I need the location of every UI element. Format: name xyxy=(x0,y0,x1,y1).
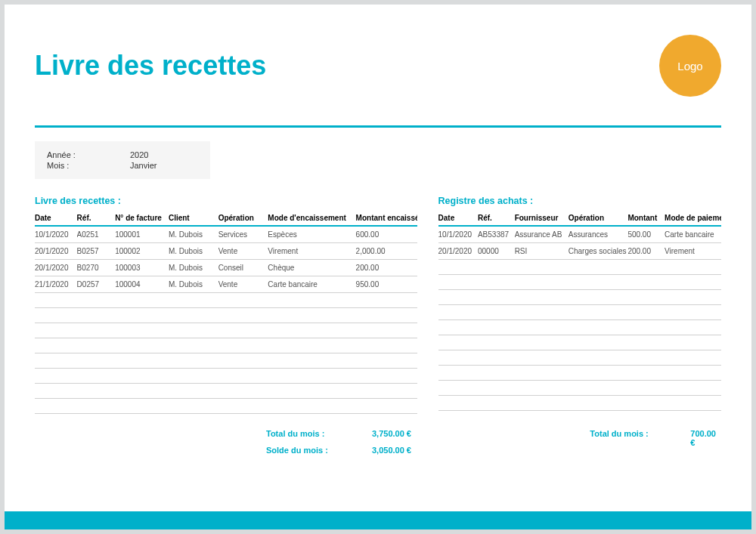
cell-date xyxy=(438,381,478,396)
cell-client xyxy=(169,353,218,369)
meta-month-value: Janvier xyxy=(130,161,156,170)
cell-fournisseur xyxy=(515,320,569,335)
meta-year-value: 2020 xyxy=(130,150,148,159)
recettes-total-label: Total du mois : xyxy=(266,429,372,438)
cell-mode xyxy=(665,335,721,350)
cell-montant xyxy=(356,369,417,384)
cell-facture: 100004 xyxy=(115,276,169,293)
cell-facture xyxy=(115,399,169,414)
table-row: 10/1/2020A0251100001M. DuboisServicesEsp… xyxy=(35,226,417,243)
cell-date xyxy=(35,323,77,338)
logo-text: Logo xyxy=(677,60,702,73)
table-row xyxy=(438,290,721,305)
cell-montant: 200.00 xyxy=(356,260,417,276)
achats-total-value: 700.00 € xyxy=(690,429,721,447)
achats-total-label: Total du mois : xyxy=(590,429,690,447)
cell-operation xyxy=(569,275,628,290)
cell-ref xyxy=(77,384,116,399)
cell-ref: 00000 xyxy=(478,243,515,260)
cell-mode xyxy=(268,399,355,414)
cell-fournisseur xyxy=(515,335,569,350)
cell-montant xyxy=(356,323,417,338)
cell-operation: Services xyxy=(218,226,268,243)
cell-date xyxy=(35,369,77,384)
th-operation: Opération xyxy=(218,211,268,226)
cell-mode xyxy=(665,290,721,305)
cell-montant xyxy=(627,260,665,275)
table-row: 10/1/2020AB53387Assurance ABAssurances50… xyxy=(438,226,721,243)
cell-fournisseur: Assurance AB xyxy=(515,226,569,243)
cell-fournisseur xyxy=(515,381,569,396)
cell-mode xyxy=(268,308,355,323)
cell-ref xyxy=(478,366,515,381)
th-a-ref: Réf. xyxy=(478,211,515,226)
cell-operation xyxy=(218,338,268,353)
cell-ref xyxy=(478,290,515,305)
cell-facture: 100003 xyxy=(115,260,169,276)
cell-client xyxy=(169,293,218,308)
cell-fournisseur: RSI xyxy=(515,243,569,260)
cell-date: 21/1/2020 xyxy=(35,276,77,293)
cell-ref xyxy=(77,308,116,323)
table-row: 21/1/2020D0257100004M. DuboisVenteCarte … xyxy=(35,276,417,293)
cell-fournisseur xyxy=(515,366,569,381)
cell-operation xyxy=(569,290,628,305)
cell-operation xyxy=(218,293,268,308)
cell-fournisseur xyxy=(515,260,569,275)
cell-date xyxy=(438,260,478,275)
cell-client: M. Dubois xyxy=(169,226,218,243)
cell-ref xyxy=(478,305,515,320)
table-row xyxy=(438,335,721,350)
cell-operation xyxy=(569,350,628,366)
cell-operation: Vente xyxy=(218,276,268,293)
cell-date: 20/1/2020 xyxy=(438,243,478,260)
cell-client: M. Dubois xyxy=(169,243,218,260)
cell-montant xyxy=(356,293,417,308)
cell-operation: Vente xyxy=(218,243,268,260)
cell-mode xyxy=(665,320,721,335)
cell-montant: 500.00 xyxy=(627,226,665,243)
cell-operation: Charges sociales xyxy=(569,243,628,260)
cell-ref xyxy=(478,320,515,335)
cell-mode xyxy=(665,275,721,290)
cell-client xyxy=(169,399,218,414)
cell-ref xyxy=(77,323,116,338)
cell-ref xyxy=(478,381,515,396)
recettes-title: Livre des recettes : xyxy=(35,196,417,206)
cell-date xyxy=(35,293,77,308)
cell-mode xyxy=(268,323,355,338)
table-row xyxy=(438,350,721,366)
cell-mode: Carte bancaire xyxy=(665,226,721,243)
divider xyxy=(35,125,721,128)
cell-client: M. Dubois xyxy=(169,276,218,293)
th-montant: Montant encaissé xyxy=(356,211,417,226)
header: Livre des recettes Logo xyxy=(35,35,721,97)
cell-montant xyxy=(627,381,665,396)
recettes-solde-label: Solde du mois : xyxy=(266,446,372,455)
cell-mode: Virement xyxy=(268,243,355,260)
achats-title: Registre des achats : xyxy=(438,196,721,206)
cell-ref: A0251 xyxy=(77,226,116,243)
cell-date: 10/1/2020 xyxy=(438,226,478,243)
cell-date: 20/1/2020 xyxy=(35,243,77,260)
cell-facture: 100001 xyxy=(115,226,169,243)
cell-montant: 950.00 xyxy=(356,276,417,293)
table-row xyxy=(35,384,417,399)
cell-operation xyxy=(218,308,268,323)
cell-operation xyxy=(569,396,628,411)
cell-operation xyxy=(569,260,628,275)
recettes-total-value: 3,750.00 € xyxy=(372,429,411,438)
cell-operation xyxy=(218,369,268,384)
cell-operation xyxy=(569,381,628,396)
table-row xyxy=(35,338,417,353)
cell-date xyxy=(438,275,478,290)
cell-mode: Virement xyxy=(665,243,721,260)
cell-date xyxy=(438,366,478,381)
content-columns: Livre des recettes : Date Réf. N° de fac… xyxy=(35,196,721,414)
cell-ref xyxy=(478,275,515,290)
cell-montant xyxy=(627,396,665,411)
cell-montant xyxy=(627,275,665,290)
bottom-bar xyxy=(5,511,751,529)
cell-client xyxy=(169,384,218,399)
cell-date xyxy=(35,399,77,414)
